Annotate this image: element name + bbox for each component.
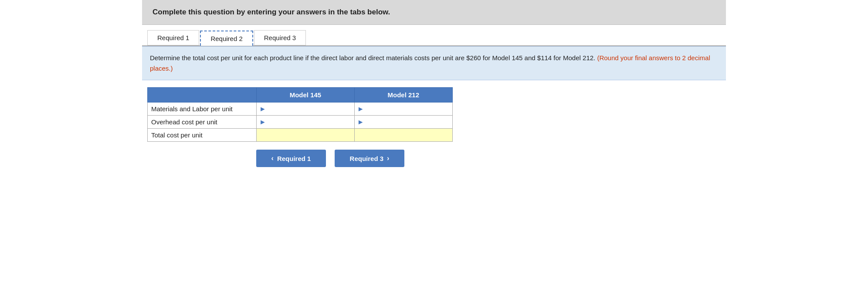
- next-chevron-icon: ›: [387, 154, 389, 162]
- overhead-model145-cell: ►: [257, 116, 355, 129]
- arrow-icon-ml-145: ►: [257, 103, 268, 115]
- instruction-main: Determine the total cost per unit for ea…: [150, 54, 595, 62]
- col-header-model145: Model 145: [257, 88, 355, 103]
- materials-model212-input[interactable]: [366, 103, 452, 115]
- arrow-icon-oh-145: ►: [257, 116, 268, 128]
- tab-required2[interactable]: Required 2: [200, 31, 253, 46]
- arrow-icon-ml-212: ►: [355, 103, 366, 115]
- tabs-row: Required 1 Required 2 Required 3: [142, 25, 726, 46]
- total-model212-cell: [354, 129, 452, 142]
- page-wrapper: Complete this question by entering your …: [142, 0, 726, 176]
- tab-required1[interactable]: Required 1: [147, 30, 199, 45]
- overhead-model212-input[interactable]: [366, 116, 452, 128]
- prev-button[interactable]: ‹ Required 1: [256, 150, 326, 167]
- materials-model145-cell: ►: [257, 103, 355, 116]
- materials-model145-wrapper: ►: [257, 103, 354, 115]
- cost-table: Model 145 Model 212 Materials and Labor …: [147, 87, 453, 142]
- total-model212-wrapper: [355, 129, 452, 141]
- arrow-icon-oh-212: ►: [355, 116, 366, 128]
- overhead-model145-wrapper: ►: [257, 116, 354, 128]
- row-label-materials: Materials and Labor per unit: [148, 103, 257, 116]
- total-model212-input[interactable]: [355, 129, 452, 141]
- row-label-total: Total cost per unit: [148, 129, 257, 142]
- instruction-box: Determine the total cost per unit for ea…: [142, 46, 726, 80]
- nav-buttons: ‹ Required 1 Required 3 ›: [147, 150, 721, 167]
- overhead-model212-wrapper: ►: [355, 116, 452, 128]
- total-model145-wrapper: [257, 129, 354, 141]
- header-banner: Complete this question by entering your …: [142, 0, 726, 25]
- table-header-row: Model 145 Model 212: [148, 88, 453, 103]
- tab-required3[interactable]: Required 3: [254, 30, 306, 45]
- overhead-model212-cell: ►: [354, 116, 452, 129]
- total-model145-cell: [257, 129, 355, 142]
- next-button-label: Required 3: [350, 155, 384, 162]
- next-button[interactable]: Required 3 ›: [335, 150, 404, 167]
- row-label-overhead: Overhead cost per unit: [148, 116, 257, 129]
- materials-model212-cell: ►: [354, 103, 452, 116]
- materials-model212-wrapper: ►: [355, 103, 452, 115]
- col-header-model212: Model 212: [354, 88, 452, 103]
- col-header-label: [148, 88, 257, 103]
- overhead-model145-input[interactable]: [268, 116, 354, 128]
- table-row: Overhead cost per unit ► ►: [148, 116, 453, 129]
- table-row: Materials and Labor per unit ► ►: [148, 103, 453, 116]
- header-instruction: Complete this question by entering your …: [153, 8, 390, 16]
- table-row: Total cost per unit: [148, 129, 453, 142]
- materials-model145-input[interactable]: [268, 103, 354, 115]
- total-model145-input[interactable]: [257, 129, 354, 141]
- content-area: Model 145 Model 212 Materials and Labor …: [142, 87, 726, 176]
- prev-button-label: Required 1: [277, 155, 311, 162]
- prev-chevron-icon: ‹: [271, 154, 274, 162]
